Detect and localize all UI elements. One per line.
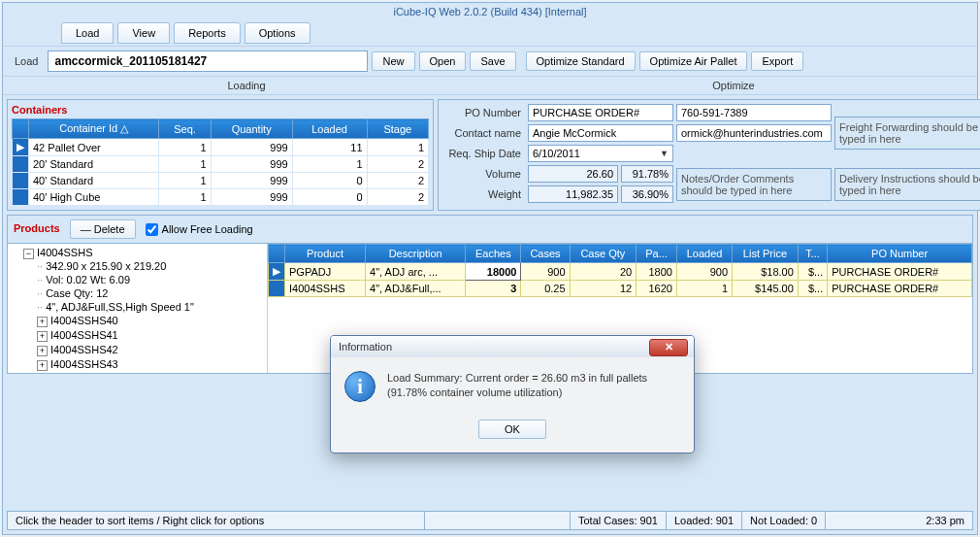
- chevron-down-icon: ▼: [660, 149, 669, 158]
- tree-info: Vol: 0.02 Wt: 6.09: [37, 273, 265, 286]
- load-label: Load: [9, 55, 44, 67]
- col-list-price[interactable]: List Price: [733, 245, 799, 263]
- col-eaches[interactable]: Eaches: [466, 245, 521, 263]
- status-bar: Click the header to sort items / Right c…: [7, 511, 973, 530]
- allow-free-loading-checkbox[interactable]: Allow Free Loading: [146, 223, 253, 236]
- contact-name-label: Contact name: [442, 127, 525, 139]
- tree-info: 342.90 x 215.90 x 219.20: [37, 259, 265, 273]
- menu-reports[interactable]: Reports: [174, 22, 241, 44]
- containers-panel: Containers Container Id Seq. Quantity Lo…: [7, 99, 434, 211]
- containers-grid[interactable]: Container Id Seq. Quantity Loaded Stage …: [12, 118, 429, 206]
- delivery-instructions-note[interactable]: Delivery Instructions should be typed in…: [834, 168, 980, 201]
- col-stage[interactable]: Stage: [367, 119, 428, 139]
- contact-email-field[interactable]: ormick@hunterindustries.com: [676, 124, 832, 142]
- table-row[interactable]: ▶ PGPADJ 4", ADJ arc, ... 18000 900 20 1…: [269, 263, 972, 281]
- toolbar: Load New Open Save Optimize Standard Opt…: [3, 47, 977, 77]
- col-quantity[interactable]: Quantity: [211, 119, 292, 139]
- col-t[interactable]: T...: [798, 245, 827, 263]
- menu-load[interactable]: Load: [61, 22, 114, 44]
- col-po-number[interactable]: PO Number: [828, 245, 972, 263]
- expand-icon[interactable]: +: [37, 360, 48, 371]
- tree-item[interactable]: +I4004SSHS42: [37, 343, 265, 357]
- po-number-label: PO Number: [442, 107, 525, 118]
- expand-icon[interactable]: +: [37, 317, 48, 327]
- weight-value: 11,982.35: [528, 185, 618, 203]
- tree-item[interactable]: +I4004SSHS44: [37, 372, 265, 373]
- col-description[interactable]: Description: [366, 245, 466, 263]
- freight-forwarding-note[interactable]: Freight Forwarding should be typed in he…: [834, 117, 980, 150]
- col-loaded[interactable]: Loaded: [292, 119, 367, 139]
- table-row[interactable]: 40' High Cube199902: [13, 189, 429, 206]
- status-time: 2:33 pm: [918, 512, 972, 529]
- close-button[interactable]: ✕: [649, 339, 688, 356]
- col-product[interactable]: Product: [285, 245, 366, 263]
- loading-section-label: Loading: [3, 77, 490, 95]
- row-marker-header: [269, 245, 285, 263]
- order-comments-note[interactable]: Notes/Order Comments should be typed in …: [676, 168, 832, 201]
- tree-item[interactable]: +I4004SSHS43: [37, 357, 265, 372]
- status-hint: Click the header to sort items / Right c…: [8, 512, 425, 529]
- table-row[interactable]: 20' Standard199912: [13, 156, 429, 173]
- products-title: Products: [14, 222, 60, 234]
- optimize-air-pallet-button[interactable]: Optimize Air Pallet: [639, 51, 748, 71]
- col-container-id[interactable]: Container Id: [29, 119, 159, 139]
- ok-button[interactable]: OK: [478, 420, 546, 439]
- new-button[interactable]: New: [372, 51, 414, 71]
- req-ship-date-field[interactable]: 6/10/2011 ▼: [528, 145, 673, 162]
- open-button[interactable]: Open: [419, 51, 467, 71]
- table-row[interactable]: 40' Standard199902: [13, 173, 429, 189]
- products-grid[interactable]: Product Description Eaches Cases Case Qt…: [268, 244, 972, 297]
- status-not-loaded: Not Loaded: 0: [742, 512, 826, 529]
- information-dialog: Information ✕ i Load Summary: Current or…: [330, 335, 695, 453]
- dialog-title: Information: [339, 341, 392, 352]
- status-blank: [425, 512, 571, 529]
- tree-item[interactable]: +I4004SSHS40: [37, 314, 265, 328]
- weight-label: Weight: [442, 188, 525, 200]
- minus-icon: —: [81, 223, 91, 235]
- table-row[interactable]: ▶42 Pallet Over1999111: [13, 139, 429, 156]
- table-row[interactable]: I4004SSHS 4", ADJ&Full,... 3 0.25 12 162…: [269, 281, 972, 297]
- status-total-cases: Total Cases: 901: [571, 512, 667, 529]
- weight-percent: 36.90%: [621, 185, 673, 203]
- po-phone-field[interactable]: 760-591-7389: [676, 104, 832, 121]
- load-name-input[interactable]: [48, 50, 368, 72]
- export-button[interactable]: Export: [751, 51, 803, 71]
- col-pa[interactable]: Pa...: [637, 245, 677, 263]
- contact-name-field[interactable]: Angie McCormick: [528, 124, 673, 142]
- col-seq[interactable]: Seq.: [159, 119, 211, 139]
- volume-percent: 91.78%: [621, 165, 673, 183]
- collapse-icon[interactable]: −: [23, 249, 34, 259]
- dialog-message: Load Summary: Current order = 26.60 m3 i…: [387, 371, 647, 401]
- product-tree[interactable]: −I4004SSHS 342.90 x 215.90 x 219.20 Vol:…: [8, 244, 268, 373]
- optimize-section-label: Optimize: [490, 77, 977, 95]
- save-button[interactable]: Save: [470, 51, 515, 71]
- status-loaded: Loaded: 901: [667, 512, 742, 529]
- order-panel: PO Number PURCHASE ORDER# 760-591-7389 F…: [438, 99, 980, 211]
- expand-icon[interactable]: +: [37, 331, 48, 342]
- tree-info: Case Qty: 12: [37, 286, 265, 300]
- menu-view[interactable]: View: [117, 22, 170, 44]
- menu-options[interactable]: Options: [245, 22, 310, 44]
- expand-icon[interactable]: +: [37, 346, 48, 356]
- app-title: iCube-IQ Web 2.0.2 (Build 434) [Internal…: [3, 3, 977, 20]
- col-cases[interactable]: Cases: [521, 245, 570, 263]
- col-case-qty[interactable]: Case Qty: [570, 245, 637, 263]
- volume-value: 26.60: [528, 165, 618, 183]
- volume-label: Volume: [442, 168, 525, 180]
- info-icon: i: [344, 371, 376, 402]
- close-icon: ✕: [665, 341, 673, 352]
- req-ship-date-label: Req. Ship Date: [442, 148, 525, 159]
- col-loaded[interactable]: Loaded: [676, 245, 732, 263]
- containers-title: Containers: [12, 104, 429, 116]
- menu-bar: Load View Reports Options: [3, 20, 977, 47]
- optimize-standard-button[interactable]: Optimize Standard: [526, 51, 636, 71]
- tree-info: 4", ADJ&Full,SS,High Speed 1": [37, 300, 265, 314]
- po-number-field[interactable]: PURCHASE ORDER#: [528, 104, 673, 121]
- tree-item[interactable]: +I4004SSHS41: [37, 328, 265, 343]
- row-marker-header: [13, 119, 29, 139]
- delete-button[interactable]: — Delete: [70, 219, 136, 239]
